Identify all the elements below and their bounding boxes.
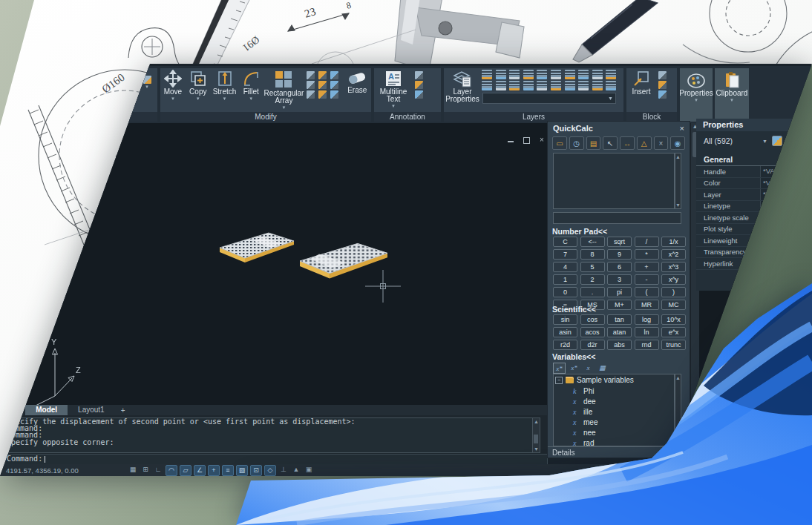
desktop-collage: Ø160 Ø91 xyxy=(0,0,812,525)
desktop-wallpaper xyxy=(0,0,812,525)
wallpaper-swirls xyxy=(0,0,812,525)
